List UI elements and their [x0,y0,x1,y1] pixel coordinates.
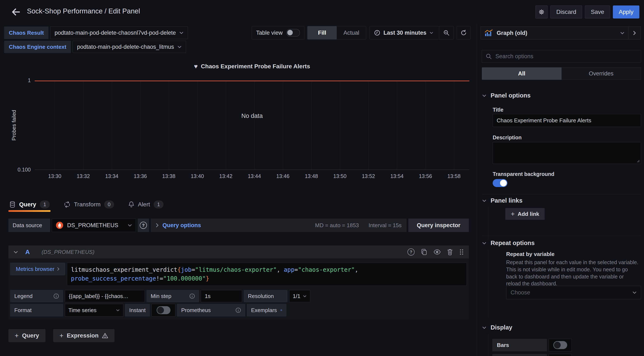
panel-settings-gear-icon[interactable] [536,5,548,18]
panel-title: Chaos Experiment Probe Failure Alerts [201,63,310,70]
x-tick-label: 13:40 [185,173,210,179]
x-tick-label: 13:46 [270,173,296,179]
bars-toggle[interactable] [553,341,567,349]
discard-button[interactable]: Discard [550,5,582,18]
datasource-help-icon[interactable]: ? [138,218,149,232]
repeat-options-section-header[interactable]: Repeat options [482,240,534,246]
plus-icon: + [511,210,515,217]
gridline [454,81,454,170]
min-step-field-label: Min step [146,290,199,302]
toggle-visibility-eye-icon[interactable] [434,249,441,255]
variable-value-text: podtato-main-pod-delete-chaosnl7vd-pod-d… [54,30,176,36]
tab-label: Transform [74,201,100,208]
promql-expression[interactable]: litmuschaos_experiment_verdict{job="litm… [67,263,467,286]
duplicate-query-icon[interactable] [421,249,427,255]
section-guide-line [488,250,488,318]
gridline [426,81,426,170]
warning-triangle-icon [102,333,108,339]
actual-segment[interactable]: Actual [337,26,366,39]
min-step-input[interactable] [201,290,242,302]
transparent-background-toggle[interactable] [493,179,508,187]
y-tick-0100: 0.100 [8,167,31,173]
repeat-variable-select[interactable]: Choose [506,286,641,299]
table-view-toggle[interactable] [286,29,300,36]
resolution-select[interactable]: 1/1 [289,290,310,302]
time-range-button[interactable]: Last 30 minutes [370,30,439,36]
panel-links-section-header[interactable]: Panel links [482,197,522,204]
table-view-label: Table view [256,30,283,36]
add-link-button[interactable]: + Add link [505,208,545,220]
time-range-label: Last 30 minutes [384,30,426,36]
query-options-label: Query options [162,222,201,229]
tab-count-badge: 1 [40,200,50,208]
metrics-browser-button[interactable]: Metrics browser [10,263,65,275]
plot-area: No data 13:3013:3213:3413:3613:3813:4013… [35,80,469,170]
exemplars-toggle-icon[interactable] [280,307,282,313]
gridline [254,81,255,170]
query-ref-datasource: (DS_PROMETHEUS) [42,249,94,255]
datasource-name: DS_PROMETHEUS [67,222,118,229]
query-row-header[interactable]: A (DS_PROMETHEUS) ? [8,245,469,258]
repeat-by-variable-label: Repeat by variable [506,251,554,257]
panel-options-section-header[interactable]: Panel options [482,92,530,99]
x-tick-label: 13:38 [156,173,182,179]
tab-all[interactable]: All [482,67,562,80]
tab-overrides[interactable]: Overrides [562,67,641,80]
tab-count-badge: 0 [104,200,114,208]
chevron-down-icon [303,295,307,297]
bars-toggle-cell [549,339,572,351]
clock-icon [374,30,380,36]
zoom-out-icon[interactable] [439,30,454,36]
add-query-label: Query [22,332,39,339]
tab-query[interactable]: Query 1 [8,197,50,212]
display-section-header[interactable]: Display [482,324,512,331]
delete-query-trash-icon[interactable] [447,249,453,255]
back-arrow-icon[interactable] [10,6,22,18]
tab-transform[interactable]: Transform 0 [63,197,115,212]
format-select[interactable]: Time series [65,304,123,317]
chevron-down-icon[interactable] [14,250,18,254]
search-icon [486,53,492,59]
save-button[interactable]: Save [585,5,610,18]
tab-alert[interactable]: Alert 1 [128,197,164,212]
gridline [397,81,397,170]
instant-toggle[interactable] [156,306,170,314]
drag-handle-icon[interactable] [459,249,464,255]
legend-input[interactable] [65,290,145,302]
edit-pane-tabs: Query 1 Transform 0 Alert 1 [8,197,164,212]
bell-icon [128,201,134,208]
chevron-right-icon [633,31,636,35]
section-guide-line [488,207,488,240]
visualization-select[interactable]: Graph (old) [480,26,641,39]
query-options-bar[interactable]: Query options MD = auto = 1853 Interval … [151,218,406,232]
section-divider [482,194,641,194]
panel-links-heading: Panel links [490,197,522,204]
options-search-input[interactable] [495,53,637,60]
description-textarea[interactable] [493,142,641,164]
query-help-icon[interactable]: ? [408,248,414,256]
add-query-button[interactable]: + Query [8,329,46,342]
variable-value-dropdown[interactable]: podtato-main-pod-delete-chaosnl7vd-pod-d… [50,26,188,39]
resize-handle-icon[interactable] [636,159,640,163]
refresh-icon[interactable] [457,26,470,39]
variable-value-dropdown[interactable]: podtato-main-pod-delete-chaos_litmus [72,41,186,53]
add-buttons-row: + Query + Expression [8,329,114,342]
query-inspector-button[interactable]: Query inspector [408,218,469,232]
resolution-label-text: Resolution [248,293,274,300]
query-options-meta: MD = auto = 1853 Interval = 15s [315,222,402,229]
section-divider [482,236,641,236]
add-link-label: Add link [518,211,540,217]
fill-segment[interactable]: Fill [308,26,337,39]
add-expression-button[interactable]: + Expression [53,329,115,342]
x-tick-label: 13:52 [356,173,381,179]
datasource-select[interactable]: DS_PROMETHEUS [52,218,136,232]
repeat-variable-placeholder: Choose [510,289,530,296]
panel-title-input[interactable] [493,114,641,127]
title-label: Title [493,107,504,113]
apply-button[interactable]: Apply [613,5,639,18]
graph-chart-icon [484,29,493,36]
visualization-expand-chevron[interactable] [628,27,641,39]
x-tick-label: 13:42 [213,173,238,179]
gridline [112,81,112,170]
chevron-down-icon [482,199,486,202]
